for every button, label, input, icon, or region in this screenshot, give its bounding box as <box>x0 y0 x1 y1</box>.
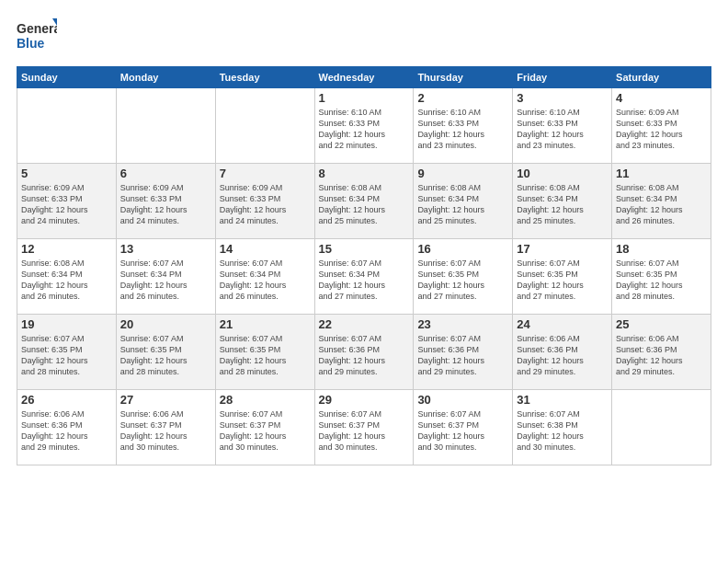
day-info: Sunrise: 6:08 AM Sunset: 6:34 PM Dayligh… <box>21 258 112 303</box>
day-info: Sunrise: 6:10 AM Sunset: 6:33 PM Dayligh… <box>517 107 608 152</box>
calendar-cell: 30Sunrise: 6:07 AM Sunset: 6:37 PM Dayli… <box>414 390 513 465</box>
calendar-cell <box>17 88 117 164</box>
day-number: 16 <box>417 242 508 256</box>
calendar-week-5: 26Sunrise: 6:06 AM Sunset: 6:36 PM Dayli… <box>17 390 711 465</box>
calendar-cell: 29Sunrise: 6:07 AM Sunset: 6:37 PM Dayli… <box>314 390 414 465</box>
day-info: Sunrise: 6:07 AM Sunset: 6:35 PM Dayligh… <box>21 333 112 378</box>
day-number: 6 <box>120 167 211 180</box>
day-info: Sunrise: 6:09 AM Sunset: 6:33 PM Dayligh… <box>120 182 211 227</box>
calendar-cell: 1Sunrise: 6:10 AM Sunset: 6:33 PM Daylig… <box>314 88 414 164</box>
svg-text:Blue: Blue <box>17 36 45 51</box>
day-number: 13 <box>120 242 211 256</box>
calendar-cell: 26Sunrise: 6:06 AM Sunset: 6:36 PM Dayli… <box>17 390 117 465</box>
calendar-week-3: 12Sunrise: 6:08 AM Sunset: 6:34 PM Dayli… <box>17 239 711 315</box>
calendar-cell: 16Sunrise: 6:07 AM Sunset: 6:35 PM Dayli… <box>414 239 513 315</box>
logo-svg: General Blue <box>17 17 57 57</box>
day-number: 1 <box>319 91 410 105</box>
calendar-cell: 2Sunrise: 6:10 AM Sunset: 6:33 PM Daylig… <box>414 88 513 164</box>
day-info: Sunrise: 6:08 AM Sunset: 6:34 PM Dayligh… <box>319 182 410 227</box>
calendar-cell <box>612 390 711 465</box>
day-info: Sunrise: 6:10 AM Sunset: 6:33 PM Dayligh… <box>417 107 508 152</box>
calendar-cell: 28Sunrise: 6:07 AM Sunset: 6:37 PM Dayli… <box>215 390 314 465</box>
day-info: Sunrise: 6:06 AM Sunset: 6:36 PM Dayligh… <box>616 333 707 378</box>
day-info: Sunrise: 6:06 AM Sunset: 6:36 PM Dayligh… <box>517 333 608 378</box>
day-number: 14 <box>220 242 311 256</box>
day-info: Sunrise: 6:07 AM Sunset: 6:35 PM Dayligh… <box>120 333 211 378</box>
day-info: Sunrise: 6:07 AM Sunset: 6:34 PM Dayligh… <box>120 258 211 303</box>
day-number: 2 <box>417 91 508 105</box>
calendar-cell: 17Sunrise: 6:07 AM Sunset: 6:35 PM Dayli… <box>513 239 612 315</box>
calendar-week-4: 19Sunrise: 6:07 AM Sunset: 6:35 PM Dayli… <box>17 315 711 390</box>
calendar-cell <box>116 88 215 164</box>
day-number: 5 <box>21 167 112 180</box>
day-number: 17 <box>517 242 608 256</box>
calendar-cell: 21Sunrise: 6:07 AM Sunset: 6:35 PM Dayli… <box>215 315 314 390</box>
weekday-header-tuesday: Tuesday <box>215 67 314 88</box>
calendar-cell: 25Sunrise: 6:06 AM Sunset: 6:36 PM Dayli… <box>612 315 711 390</box>
calendar-cell: 20Sunrise: 6:07 AM Sunset: 6:35 PM Dayli… <box>116 315 215 390</box>
weekday-header-friday: Friday <box>513 67 612 88</box>
svg-text:General: General <box>17 21 57 36</box>
day-number: 21 <box>220 317 311 331</box>
weekday-header-monday: Monday <box>116 67 215 88</box>
day-info: Sunrise: 6:08 AM Sunset: 6:34 PM Dayligh… <box>616 182 707 227</box>
calendar-week-2: 5Sunrise: 6:09 AM Sunset: 6:33 PM Daylig… <box>17 164 711 239</box>
day-info: Sunrise: 6:09 AM Sunset: 6:33 PM Dayligh… <box>21 182 112 227</box>
day-info: Sunrise: 6:10 AM Sunset: 6:33 PM Dayligh… <box>319 107 410 152</box>
day-number: 26 <box>21 393 112 407</box>
day-info: Sunrise: 6:07 AM Sunset: 6:37 PM Dayligh… <box>220 408 311 454</box>
weekday-header-sunday: Sunday <box>17 67 117 88</box>
day-number: 19 <box>21 317 112 331</box>
day-info: Sunrise: 6:07 AM Sunset: 6:37 PM Dayligh… <box>417 408 508 454</box>
logo: General Blue <box>17 17 57 57</box>
day-number: 3 <box>517 91 608 105</box>
day-info: Sunrise: 6:07 AM Sunset: 6:34 PM Dayligh… <box>319 258 410 303</box>
day-info: Sunrise: 6:08 AM Sunset: 6:34 PM Dayligh… <box>417 182 508 227</box>
header: General Blue <box>17 17 711 57</box>
day-number: 4 <box>616 91 707 105</box>
calendar-cell: 12Sunrise: 6:08 AM Sunset: 6:34 PM Dayli… <box>17 239 117 315</box>
calendar-cell <box>215 88 314 164</box>
day-number: 23 <box>417 317 508 331</box>
day-info: Sunrise: 6:07 AM Sunset: 6:38 PM Dayligh… <box>517 408 608 454</box>
day-number: 15 <box>319 242 410 256</box>
calendar-container: General Blue SundayMondayTuesdayWednesda… <box>0 0 728 475</box>
weekday-header-wednesday: Wednesday <box>314 67 414 88</box>
calendar-cell: 18Sunrise: 6:07 AM Sunset: 6:35 PM Dayli… <box>612 239 711 315</box>
weekday-header-thursday: Thursday <box>414 67 513 88</box>
day-info: Sunrise: 6:07 AM Sunset: 6:34 PM Dayligh… <box>220 258 311 303</box>
day-number: 8 <box>319 167 410 180</box>
day-number: 9 <box>417 167 508 180</box>
day-number: 24 <box>517 317 608 331</box>
calendar-week-1: 1Sunrise: 6:10 AM Sunset: 6:33 PM Daylig… <box>17 88 711 164</box>
day-number: 28 <box>220 393 311 407</box>
day-number: 27 <box>120 393 211 407</box>
day-info: Sunrise: 6:07 AM Sunset: 6:35 PM Dayligh… <box>220 333 311 378</box>
day-number: 25 <box>616 317 707 331</box>
calendar-cell: 9Sunrise: 6:08 AM Sunset: 6:34 PM Daylig… <box>414 164 513 239</box>
day-number: 12 <box>21 242 112 256</box>
day-number: 20 <box>120 317 211 331</box>
calendar-cell: 8Sunrise: 6:08 AM Sunset: 6:34 PM Daylig… <box>314 164 414 239</box>
day-info: Sunrise: 6:09 AM Sunset: 6:33 PM Dayligh… <box>220 182 311 227</box>
day-number: 11 <box>616 167 707 180</box>
calendar-cell: 10Sunrise: 6:08 AM Sunset: 6:34 PM Dayli… <box>513 164 612 239</box>
day-info: Sunrise: 6:06 AM Sunset: 6:37 PM Dayligh… <box>120 408 211 454</box>
day-info: Sunrise: 6:07 AM Sunset: 6:35 PM Dayligh… <box>517 258 608 303</box>
day-info: Sunrise: 6:07 AM Sunset: 6:36 PM Dayligh… <box>319 333 410 378</box>
day-info: Sunrise: 6:06 AM Sunset: 6:36 PM Dayligh… <box>21 408 112 454</box>
calendar-cell: 31Sunrise: 6:07 AM Sunset: 6:38 PM Dayli… <box>513 390 612 465</box>
calendar-cell: 23Sunrise: 6:07 AM Sunset: 6:36 PM Dayli… <box>414 315 513 390</box>
calendar-cell: 3Sunrise: 6:10 AM Sunset: 6:33 PM Daylig… <box>513 88 612 164</box>
calendar-cell: 19Sunrise: 6:07 AM Sunset: 6:35 PM Dayli… <box>17 315 117 390</box>
calendar-cell: 7Sunrise: 6:09 AM Sunset: 6:33 PM Daylig… <box>215 164 314 239</box>
day-info: Sunrise: 6:08 AM Sunset: 6:34 PM Dayligh… <box>517 182 608 227</box>
day-info: Sunrise: 6:07 AM Sunset: 6:36 PM Dayligh… <box>417 333 508 378</box>
calendar-cell: 14Sunrise: 6:07 AM Sunset: 6:34 PM Dayli… <box>215 239 314 315</box>
day-info: Sunrise: 6:07 AM Sunset: 6:35 PM Dayligh… <box>417 258 508 303</box>
calendar-cell: 11Sunrise: 6:08 AM Sunset: 6:34 PM Dayli… <box>612 164 711 239</box>
day-number: 18 <box>616 242 707 256</box>
weekday-header-saturday: Saturday <box>612 67 711 88</box>
calendar-cell: 13Sunrise: 6:07 AM Sunset: 6:34 PM Dayli… <box>116 239 215 315</box>
day-number: 10 <box>517 167 608 180</box>
